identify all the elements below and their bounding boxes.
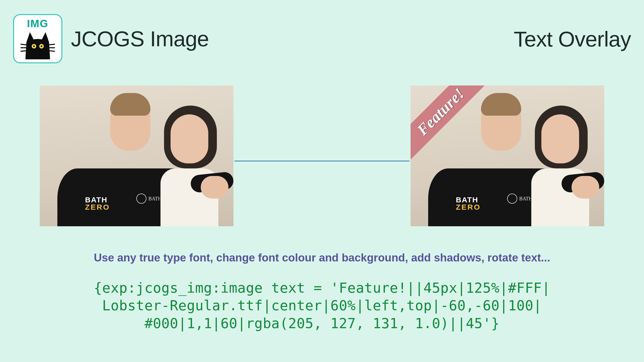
person-a-hand [572,176,599,199]
shirt-badge: BATH [507,194,532,204]
product-name: JCOGS Image [71,26,209,51]
before-image: BATH ZERO BATH [40,85,233,226]
page-title: Text Overlay [514,27,631,52]
person-b-head [171,114,208,163]
image-comparison-row: BATH ZERO BATH BATH ZERO BATH Feature! [40,85,604,226]
shirt-logo: BATH ZERO [85,196,110,211]
shirt-badge-circle-icon [136,194,146,204]
shirt-logo-line2: ZERO [85,203,110,211]
person-b-head [541,114,579,163]
person-a-hand [201,176,228,199]
svg-point-9 [41,46,43,47]
shirt-logo: BATH ZERO [456,196,481,211]
person-a-hair [110,93,150,116]
feature-ribbon-band: Feature! [411,85,491,163]
cat-icon [19,30,57,60]
person-a-hair [481,93,521,116]
feature-ribbon: Feature! [411,85,491,166]
shirt-badge-text: BATH [519,196,532,202]
header-left: IMG [13,14,209,63]
shirt-badge: BATH [136,194,162,204]
caption: Use any true type font, change font colo… [0,251,644,264]
shirt-logo-line2: ZERO [456,203,481,211]
svg-point-8 [33,46,35,47]
shirt-badge-circle-icon [507,194,517,204]
header: IMG [13,14,631,67]
logo-text: IMG [27,18,48,30]
code-sample: {exp:jcogs_img:image text = 'Feature!||4… [18,279,626,332]
connector-line [234,161,410,161]
logo-badge: IMG [13,14,62,63]
shirt-badge-text: BATH [148,196,162,202]
after-image: BATH ZERO BATH Feature! [411,85,604,226]
feature-ribbon-text: Feature! [414,85,468,139]
